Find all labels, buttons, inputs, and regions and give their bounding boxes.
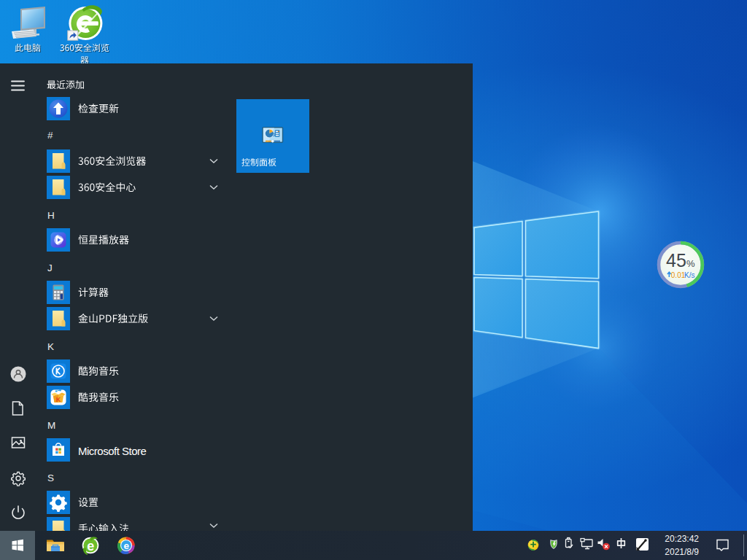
svg-text:e: e — [123, 540, 129, 551]
svg-text:K/s: K/s — [684, 271, 694, 279]
svg-text:K: K — [56, 396, 61, 403]
svg-text:%: % — [686, 258, 695, 269]
svg-text:e: e — [87, 539, 94, 553]
svg-text:0.01: 0.01 — [671, 271, 686, 279]
svg-text:45: 45 — [666, 250, 686, 271]
